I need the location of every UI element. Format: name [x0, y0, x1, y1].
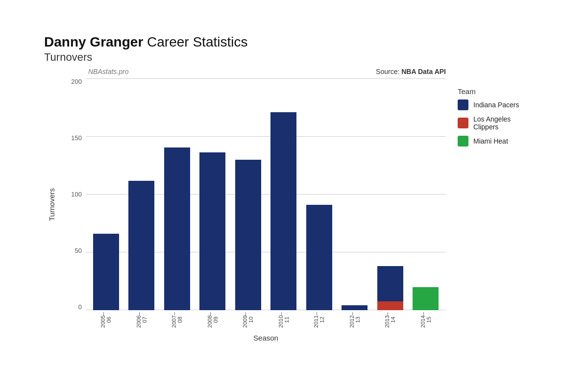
bar-stack: [413, 287, 439, 310]
bar-group: [232, 78, 265, 310]
source-bold: NBA Data API: [401, 68, 446, 75]
source-right: Source: NBA Data API: [376, 68, 446, 75]
title-rest: Career Statistics: [143, 34, 247, 49]
bar-heat: [413, 287, 439, 310]
bar-pacers: [377, 266, 403, 301]
bar-clippers: [377, 301, 403, 310]
x-label: 2014–15: [410, 310, 442, 330]
bar-pacers: [235, 160, 261, 310]
bar-group: [90, 78, 122, 310]
bars-grid: 2005–062006–072007–082008–092009–102010–…: [86, 78, 446, 330]
bar-pacers: [164, 147, 190, 310]
legend-swatch: [458, 118, 468, 128]
chart-area: Turnovers NBAstats.pro Source: NBA Data …: [44, 68, 544, 342]
bar-stack: [93, 234, 119, 310]
legend-item: Miami Heat: [458, 136, 537, 147]
bar-stack: [199, 152, 225, 310]
legend-title: Team: [458, 87, 537, 96]
x-label: 2011–12: [303, 310, 336, 330]
bar-group: [410, 78, 442, 310]
legend-swatch: [458, 136, 468, 147]
legend-label: Miami Heat: [473, 137, 508, 145]
bar-stack: [270, 112, 296, 310]
bar-stack: [377, 266, 403, 310]
x-axis-label: Season: [64, 334, 446, 342]
x-labels: 2005–062006–072007–082008–092009–102010–…: [86, 310, 446, 330]
legend-item: Los Angeles Clippers: [458, 115, 537, 131]
bar-group: [374, 78, 407, 310]
x-label: 2013–14: [374, 310, 407, 330]
bar-stack: [164, 147, 190, 310]
legend-swatch: [458, 99, 468, 110]
y-tick: 50: [64, 247, 86, 254]
y-ticks: 050100150200: [64, 78, 86, 330]
x-label: 2009–10: [232, 310, 265, 330]
y-tick: 200: [64, 78, 86, 85]
x-label: 2008–09: [196, 310, 229, 330]
plot-area: NBAstats.pro Source: NBA Data API 050100…: [64, 68, 446, 342]
legend-items: Indiana PacersLos Angeles ClippersMiami …: [458, 99, 537, 147]
y-tick: 150: [64, 135, 86, 141]
bar-stack: [235, 160, 261, 310]
y-tick: 100: [64, 191, 86, 197]
bar-group: [268, 78, 300, 310]
grid-and-bars: 050100150200 2005–062006–072007–082008–0…: [64, 78, 446, 330]
x-label: 2005–06: [90, 310, 122, 330]
bar-pacers: [306, 205, 332, 310]
subtitle: Turnovers: [44, 51, 544, 64]
bar-stack: [342, 305, 368, 310]
bar-group: [339, 78, 371, 310]
bars-row: [86, 78, 446, 310]
bar-stack: [128, 181, 154, 310]
legend-box: Team Indiana PacersLos Angeles ClippersM…: [451, 82, 544, 342]
bar-group: [161, 78, 194, 310]
source-row: NBAstats.pro Source: NBA Data API: [64, 68, 446, 75]
y-axis-label: Turnovers: [44, 68, 59, 342]
bar-group: [303, 78, 336, 310]
legend-label: Indiana Pacers: [473, 101, 519, 109]
plot-and-legend: NBAstats.pro Source: NBA Data API 050100…: [64, 68, 544, 342]
chart-container: Danny Granger Career Statistics Turnover…: [24, 20, 564, 372]
title-block: Danny Granger Career Statistics Turnover…: [44, 34, 544, 64]
y-tick: 0: [64, 304, 86, 310]
bar-pacers: [93, 234, 119, 310]
x-label: 2007–08: [161, 310, 194, 330]
legend-item: Indiana Pacers: [458, 99, 537, 110]
bar-stack: [306, 205, 332, 310]
bar-group: [196, 78, 229, 310]
source-prefix: Source:: [376, 68, 401, 75]
player-name: Danny Granger: [44, 34, 143, 49]
x-label: 2010–11: [268, 310, 300, 330]
legend-label: Los Angeles Clippers: [473, 115, 537, 131]
bar-pacers: [270, 112, 296, 310]
bar-pacers: [342, 305, 368, 310]
source-left: NBAstats.pro: [88, 68, 128, 75]
bar-pacers: [199, 152, 225, 310]
x-label: 2006–07: [125, 310, 158, 330]
bar-group: [125, 78, 158, 310]
bar-pacers: [128, 181, 154, 310]
x-label: 2012–13: [339, 310, 371, 330]
main-title: Danny Granger Career Statistics: [44, 34, 544, 50]
